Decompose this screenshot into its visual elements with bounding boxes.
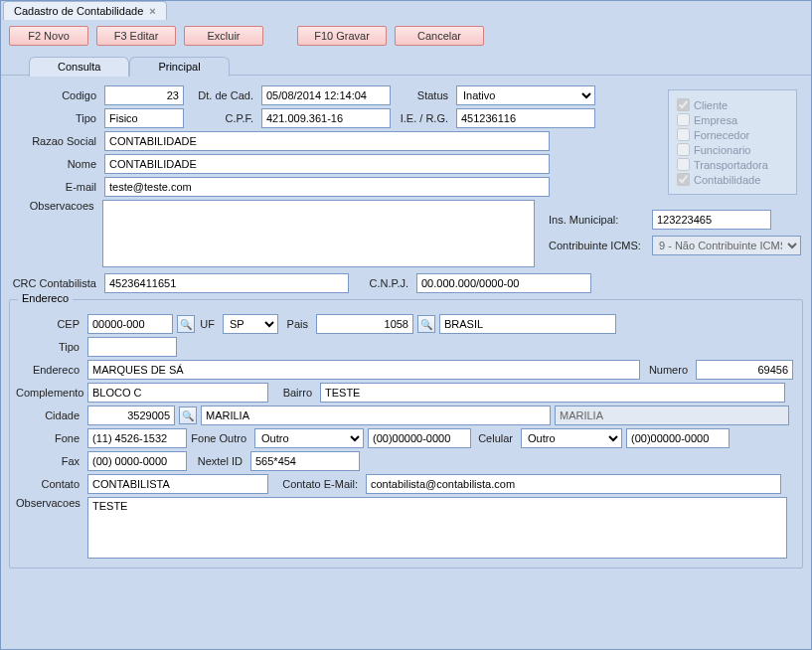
- lbl-codigo: Codigo: [11, 89, 100, 101]
- cidade-nome-field[interactable]: [201, 406, 551, 425]
- cnpj-field[interactable]: [416, 273, 591, 293]
- lbl-fone: Fone: [16, 432, 83, 444]
- lbl-endereco: Endereco: [16, 364, 83, 376]
- cep-lookup-icon[interactable]: 🔍: [177, 315, 195, 333]
- lbl-tipo: Tipo: [11, 112, 100, 124]
- cb-contabilidade: Contabilidade: [677, 173, 788, 186]
- editar-button[interactable]: F3 Editar: [96, 26, 176, 46]
- contrib-select[interactable]: 9 - Não Contribuinte ICMS: [652, 236, 801, 255]
- obs2-field[interactable]: [87, 497, 787, 559]
- foneoutro-tipo-select[interactable]: Outro: [254, 428, 364, 448]
- lbl-numero: Numero: [644, 364, 692, 376]
- endereco-group-title: Endereco: [18, 292, 73, 304]
- pais-nome-field[interactable]: [439, 314, 616, 334]
- insmun-field[interactable]: [652, 210, 771, 230]
- lbl-contrib: Contribuinte ICMS:: [549, 240, 648, 251]
- razao-field[interactable]: [104, 131, 550, 151]
- tipo-field[interactable]: [104, 108, 184, 128]
- celular-tipo-select[interactable]: Outro: [521, 428, 622, 448]
- lbl-cpf: C.P.F.: [188, 112, 257, 124]
- cb-funcionario: Funcionario: [677, 143, 788, 156]
- fone-field[interactable]: [87, 428, 187, 448]
- dtcad-field[interactable]: [261, 85, 391, 105]
- tipoend-field[interactable]: [87, 337, 177, 357]
- codigo-field[interactable]: [104, 85, 184, 105]
- uf-select[interactable]: SP: [223, 314, 278, 334]
- lbl-crc: CRC Contabilista: [11, 277, 100, 289]
- foneoutro-field[interactable]: [368, 428, 471, 448]
- lbl-ierg: I.E. / R.G.: [395, 112, 452, 124]
- nextel-field[interactable]: [250, 451, 360, 471]
- lbl-bairro: Bairro: [272, 387, 316, 399]
- lbl-cnpj: C.N.P.J.: [353, 277, 412, 289]
- cb-empresa: Empresa: [677, 113, 788, 126]
- cidade-lookup-icon[interactable]: 🔍: [179, 406, 197, 424]
- window-tab[interactable]: Cadastro de Contabilidade ×: [3, 1, 167, 20]
- cb-fornecedor: Fornecedor: [677, 128, 788, 141]
- lbl-insmun: Ins. Municipal:: [549, 214, 648, 226]
- cancelar-button[interactable]: Cancelar: [395, 26, 484, 46]
- obs-field[interactable]: [102, 200, 535, 267]
- lbl-contato: Contato: [16, 478, 83, 490]
- status-select[interactable]: Inativo: [456, 85, 595, 105]
- lbl-obs: Observacoes: [11, 200, 98, 212]
- page-tabs: Consulta Principal: [1, 56, 811, 76]
- endereco-group: Endereco CEP 🔍 UF SP Pais 🔍 Tipo Enderec…: [9, 299, 803, 569]
- lbl-razao: Razao Social: [11, 135, 100, 147]
- lbl-fax: Fax: [16, 455, 83, 467]
- email-field[interactable]: [104, 177, 550, 197]
- novo-button[interactable]: F2 Novo: [9, 26, 88, 46]
- numero-field[interactable]: [696, 360, 793, 380]
- tab-consulta[interactable]: Consulta: [29, 57, 129, 77]
- bairro-field[interactable]: [320, 383, 785, 403]
- celular-field[interactable]: [626, 428, 730, 448]
- complemento-field[interactable]: [87, 383, 268, 403]
- titlebar: Cadastro de Contabilidade ×: [1, 1, 811, 20]
- lbl-foneoutro: Fone Outro: [191, 432, 250, 444]
- window: Cadastro de Contabilidade × F2 Novo F3 E…: [0, 0, 812, 650]
- contatoemail-field[interactable]: [366, 474, 781, 494]
- cidade-cod-field[interactable]: [87, 406, 175, 425]
- lbl-cidade: Cidade: [16, 409, 83, 421]
- crc-field[interactable]: [104, 273, 349, 293]
- lbl-cep: CEP: [16, 318, 83, 330]
- main-form: Cliente Empresa Fornecedor Funcionario T…: [1, 76, 811, 293]
- lbl-nome: Nome: [11, 158, 100, 170]
- lbl-contatoemail: Contato E-Mail:: [272, 478, 362, 490]
- ierg-field[interactable]: [456, 108, 595, 128]
- lbl-obs2: Observacoes: [16, 497, 83, 509]
- lbl-pais: Pais: [282, 318, 312, 330]
- contato-field[interactable]: [87, 474, 268, 494]
- cidade-nome2-field: [555, 406, 789, 425]
- lbl-uf: UF: [199, 318, 219, 330]
- gravar-button[interactable]: F10 Gravar: [297, 26, 387, 46]
- pais-lookup-icon[interactable]: 🔍: [417, 315, 435, 333]
- fax-field[interactable]: [87, 451, 187, 471]
- lbl-nextel: Nextel ID: [191, 455, 246, 467]
- cb-cliente: Cliente: [677, 98, 788, 111]
- cep-field[interactable]: [87, 314, 173, 334]
- tab-principal[interactable]: Principal: [129, 57, 229, 77]
- type-checkbox-panel: Cliente Empresa Fornecedor Funcionario T…: [668, 89, 797, 195]
- window-title: Cadastro de Contabilidade: [14, 5, 143, 17]
- endereco-field[interactable]: [87, 360, 640, 380]
- excluir-button[interactable]: Excluir: [184, 26, 263, 46]
- lbl-tipoend: Tipo: [16, 341, 83, 353]
- lbl-dtcad: Dt. de Cad.: [188, 89, 257, 101]
- lbl-celular: Celular: [475, 432, 517, 444]
- cpf-field[interactable]: [261, 108, 391, 128]
- lbl-status: Status: [395, 89, 452, 101]
- pais-cod-field[interactable]: [316, 314, 413, 334]
- lbl-complemento: Complemento: [16, 387, 83, 399]
- lbl-email: E-mail: [11, 181, 100, 193]
- nome-field[interactable]: [104, 154, 550, 174]
- cb-transportadora: Transportadora: [677, 158, 788, 171]
- close-icon[interactable]: ×: [149, 5, 155, 17]
- toolbar: F2 Novo F3 Editar Excluir F10 Gravar Can…: [1, 20, 811, 52]
